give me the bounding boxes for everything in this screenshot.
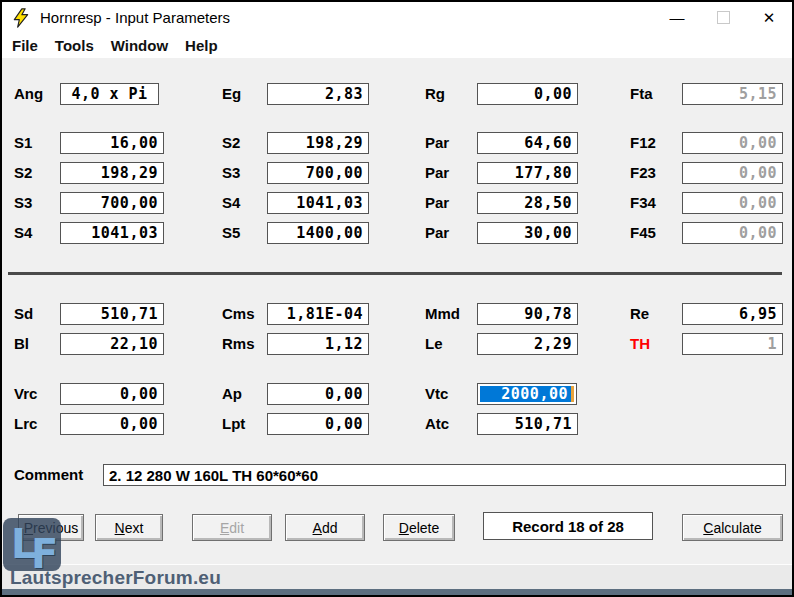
field-par1[interactable]: 64,60	[477, 132, 578, 154]
param-label-atc: Atc	[425, 413, 449, 435]
param-label-f34: F34	[630, 192, 656, 214]
edit-button[interactable]: Edit	[192, 514, 272, 541]
comment-row: Comment 2. 12 280 W 160L TH 60*60*60	[0, 464, 794, 486]
param-label-f23: F23	[630, 162, 656, 184]
param-row-s4: S4 1041,03 S5 1400,00 Par 30,00 F45 0,00	[0, 222, 794, 244]
param-label-par4: Par	[425, 222, 449, 244]
param-label-bl: Bl	[14, 333, 29, 355]
param-label-s1: S1	[14, 132, 32, 154]
selected-text: 2000,00	[480, 386, 571, 402]
param-row-top: Ang 4,0 x Pi Eg 2,83 Rg 0,00 Fta 5,15	[0, 83, 794, 105]
field-f12: 0,00	[682, 132, 783, 154]
record-indicator: Record 18 of 28	[483, 512, 653, 540]
param-label-s3: S3	[14, 192, 32, 214]
param-label-le: Le	[425, 333, 443, 355]
field-s4[interactable]: 1041,03	[60, 222, 164, 244]
field-par4[interactable]: 30,00	[477, 222, 578, 244]
delete-button[interactable]: Delete	[383, 514, 455, 541]
calculate-button[interactable]: Calculate	[682, 514, 783, 541]
param-label-s2: S2	[14, 162, 32, 184]
field-s2a[interactable]: 198,29	[267, 132, 369, 154]
menu-file[interactable]: File	[12, 37, 38, 54]
field-ang[interactable]: 4,0 x Pi	[60, 83, 159, 105]
lightning-bolt-icon	[10, 7, 32, 29]
menubar: File Tools Window Help	[2, 33, 792, 58]
field-s4a[interactable]: 1041,03	[267, 192, 369, 214]
param-label-f12: F12	[630, 132, 656, 154]
param-label-s3a: S3	[222, 162, 240, 184]
field-f23: 0,00	[682, 162, 783, 184]
field-par2[interactable]: 177,80	[477, 162, 578, 184]
param-label-par2: Par	[425, 162, 449, 184]
next-button[interactable]: Next	[95, 514, 163, 541]
param-label-th: TH	[630, 333, 650, 355]
field-vrc[interactable]: 0,00	[60, 383, 164, 405]
param-label-cms: Cms	[222, 303, 255, 325]
field-par3[interactable]: 28,50	[477, 192, 578, 214]
field-rg[interactable]: 0,00	[477, 83, 578, 105]
maximize-button[interactable]	[700, 2, 746, 33]
field-mmd[interactable]: 90,78	[477, 303, 578, 325]
section-divider	[8, 272, 782, 275]
field-lpt[interactable]: 0,00	[267, 413, 369, 435]
comment-input[interactable]: 2. 12 280 W 160L TH 60*60*60	[103, 464, 786, 486]
field-re[interactable]: 6,95	[682, 303, 783, 325]
param-label-lrc: Lrc	[14, 413, 37, 435]
logo-letter-f: F	[31, 534, 58, 574]
watermark-strip	[2, 589, 792, 595]
param-label-mmd: Mmd	[425, 303, 460, 325]
param-row-sd: Sd 510,71 Cms 1,81E-04 Mmd 90,78 Re 6,95	[0, 303, 794, 325]
field-cms[interactable]: 1,81E-04	[267, 303, 369, 325]
param-label-re: Re	[630, 303, 649, 325]
field-s1[interactable]: 16,00	[60, 132, 164, 154]
close-button[interactable]: ✕	[746, 2, 792, 33]
hornresp-window: Hornresp - Input Parameters — ✕ File Too…	[0, 0, 794, 597]
param-label-rms: Rms	[222, 333, 255, 355]
param-label-s4a: S4	[222, 192, 240, 214]
param-label-rg: Rg	[425, 83, 445, 105]
param-label-s2a: S2	[222, 132, 240, 154]
param-label-par1: Par	[425, 132, 449, 154]
param-label-ang: Ang	[14, 83, 43, 105]
field-bl[interactable]: 22,10	[60, 333, 164, 355]
field-s2[interactable]: 198,29	[60, 162, 164, 184]
add-button[interactable]: Add	[285, 514, 365, 541]
menu-tools[interactable]: Tools	[55, 37, 94, 54]
param-row-s2: S2 198,29 S3 700,00 Par 177,80 F23 0,00	[0, 162, 794, 184]
field-sd[interactable]: 510,71	[60, 303, 164, 325]
param-label-vrc: Vrc	[14, 383, 37, 405]
comment-label: Comment	[14, 464, 83, 486]
menu-window[interactable]: Window	[111, 37, 168, 54]
field-atc[interactable]: 510,71	[477, 413, 578, 435]
titlebar: Hornresp - Input Parameters — ✕	[2, 2, 792, 33]
field-lrc[interactable]: 0,00	[60, 413, 164, 435]
window-title: Hornresp - Input Parameters	[40, 9, 230, 26]
param-label-sd: Sd	[14, 303, 33, 325]
field-f34: 0,00	[682, 192, 783, 214]
param-label-ap: Ap	[222, 383, 242, 405]
field-vtc[interactable]: 2000,00	[477, 383, 577, 405]
field-th: 1	[682, 333, 783, 355]
field-fta: 5,15	[682, 83, 783, 105]
field-le[interactable]: 2,29	[477, 333, 578, 355]
param-row-lrc: Lrc 0,00 Lpt 0,00 Atc 510,71	[0, 413, 794, 435]
field-s3[interactable]: 700,00	[60, 192, 164, 214]
field-ap[interactable]: 0,00	[267, 383, 369, 405]
text-cursor	[571, 386, 574, 402]
field-rms[interactable]: 1,12	[267, 333, 369, 355]
menu-help[interactable]: Help	[185, 37, 218, 54]
field-f45: 0,00	[682, 222, 783, 244]
lautsprecherforum-logo-icon: L F	[3, 518, 61, 571]
param-label-fta: Fta	[630, 83, 653, 105]
param-label-f45: F45	[630, 222, 656, 244]
field-s3a[interactable]: 700,00	[267, 162, 369, 184]
param-row-vrc: Vrc 0,00 Ap 0,00 Vtc 2000,00	[0, 383, 794, 405]
param-label-s4: S4	[14, 222, 32, 244]
field-eg[interactable]: 2,83	[267, 83, 369, 105]
field-s5[interactable]: 1400,00	[267, 222, 369, 244]
param-label-eg: Eg	[222, 83, 241, 105]
param-label-s5: S5	[222, 222, 240, 244]
minimize-button[interactable]: —	[654, 2, 700, 33]
param-label-vtc: Vtc	[425, 383, 448, 405]
watermark-bar: LautsprecherForum.eu	[2, 564, 792, 590]
